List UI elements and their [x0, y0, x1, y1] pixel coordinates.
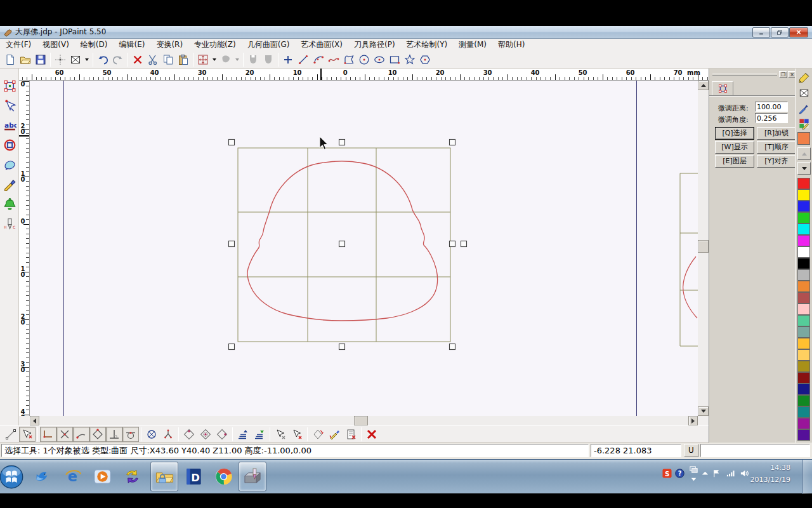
- taskbar-clock[interactable]: 14:38 2013/12/19: [750, 464, 790, 484]
- color-swatch[interactable]: [797, 269, 810, 281]
- hscroll-thumb[interactable]: [354, 416, 368, 425]
- delete-x-icon[interactable]: [130, 52, 145, 67]
- color-swatch[interactable]: [797, 201, 810, 212]
- menu-item-12[interactable]: 帮助(H): [492, 39, 530, 51]
- marquee-tool-icon[interactable]: [68, 52, 83, 67]
- dropdown-icon[interactable]: [211, 52, 218, 67]
- tray-up-tray-icon[interactable]: [700, 469, 710, 478]
- draw-point-icon[interactable]: [280, 52, 296, 67]
- palette-edit-button[interactable]: [797, 117, 811, 130]
- new-doc-icon[interactable]: [3, 52, 18, 67]
- color-swatch[interactable]: [797, 224, 810, 235]
- draw-line-icon[interactable]: [296, 52, 311, 67]
- panel-button-3[interactable]: [W]显示: [715, 141, 754, 154]
- snap-cross-button[interactable]: [56, 427, 73, 442]
- nudge-distance-input[interactable]: [755, 102, 788, 112]
- palette-scroll-down-button[interactable]: [797, 162, 811, 175]
- scroll-right-button[interactable]: [688, 416, 698, 425]
- dropdown-icon[interactable]: [83, 52, 91, 67]
- selection-handle[interactable]: [229, 241, 235, 247]
- color-swatch[interactable]: [797, 292, 810, 304]
- tray-network-tray-icon[interactable]: [726, 469, 735, 478]
- panel-button-4[interactable]: [T]顺序: [757, 141, 796, 154]
- draw-circle-icon[interactable]: [357, 52, 372, 67]
- dropdown-gray-icon[interactable]: [233, 52, 241, 67]
- pick-b-button[interactable]: [289, 427, 305, 442]
- minimize-button[interactable]: [752, 27, 770, 37]
- panel-button-5[interactable]: [E]图层: [715, 155, 754, 168]
- selection-handle[interactable]: [461, 241, 467, 247]
- draw-profile-icon[interactable]: [341, 52, 357, 67]
- sogou-tray-icon[interactable]: S: [662, 469, 672, 478]
- align-a-button[interactable]: [235, 427, 251, 442]
- unit-toggle-button[interactable]: U: [684, 444, 698, 457]
- stamp-concave-icon[interactable]: [261, 52, 276, 67]
- vertical-scrollbar[interactable]: [698, 81, 709, 416]
- selection-handle[interactable]: [450, 344, 455, 350]
- color-swatch[interactable]: [797, 395, 810, 406]
- selection-handle[interactable]: [229, 140, 235, 145]
- menu-item-6[interactable]: 专业功能(Z): [188, 39, 242, 51]
- color-swatch[interactable]: [797, 406, 810, 418]
- explorer-app-taskbar-button[interactable]: [150, 462, 178, 491]
- snap-smart-button[interactable]: [19, 427, 36, 442]
- vscroll-thumb[interactable]: [698, 240, 709, 253]
- draw-star-icon[interactable]: [402, 52, 417, 67]
- region-tool-icon[interactable]: [218, 52, 233, 67]
- pick-a-button[interactable]: [272, 427, 289, 442]
- tray-volume-tray-icon[interactable]: [740, 469, 749, 478]
- menu-item-5[interactable]: 变换(R): [150, 39, 188, 51]
- copy-icon[interactable]: [160, 52, 176, 67]
- draw-arc-icon[interactable]: [311, 52, 326, 67]
- scroll-up-button[interactable]: [698, 81, 709, 90]
- scroll-down-button[interactable]: [698, 406, 709, 416]
- array-tool-icon[interactable]: [195, 52, 211, 67]
- snap-node-button[interactable]: [160, 427, 176, 442]
- color-swatch[interactable]: [797, 246, 810, 258]
- menu-item-7[interactable]: 几何曲面(G): [242, 39, 296, 51]
- snap-corner-button[interactable]: [40, 427, 56, 442]
- menu-item-11[interactable]: 测量(M): [453, 39, 492, 51]
- menu-item-8[interactable]: 艺术曲面(X): [295, 39, 348, 51]
- select-tool-button[interactable]: [1, 77, 18, 94]
- draw-curve-icon[interactable]: [326, 52, 341, 67]
- menu-item-2[interactable]: 视图(V): [37, 39, 75, 51]
- show-desktop-button[interactable]: [802, 460, 812, 494]
- color-swatch[interactable]: [797, 338, 810, 349]
- marquee-tool-button[interactable]: [797, 86, 811, 100]
- panel-grip[interactable]: [712, 74, 777, 76]
- brush-tool-button[interactable]: [1, 176, 18, 192]
- color-swatch[interactable]: [797, 304, 810, 315]
- paste-icon[interactable]: [176, 52, 191, 67]
- snap-arcend-button[interactable]: [73, 427, 89, 442]
- move-tool-icon[interactable]: [53, 52, 68, 67]
- ring-tool-button[interactable]: [1, 137, 18, 153]
- color-swatch[interactable]: [797, 258, 810, 269]
- selection-handle[interactable]: [450, 140, 455, 145]
- color-swatch[interactable]: [797, 429, 810, 441]
- tab-select-tools[interactable]: [712, 81, 733, 95]
- color-swatch[interactable]: [797, 212, 810, 224]
- menu-item-1[interactable]: 文件(F): [0, 39, 37, 51]
- snap-tangent-button[interactable]: [122, 427, 139, 442]
- help-tray-icon[interactable]: ?: [675, 469, 684, 478]
- tray-flag-tray-icon[interactable]: [712, 469, 721, 478]
- menu-item-9[interactable]: 刀具路径(P): [348, 39, 401, 51]
- tray-window-tray-icon[interactable]: [689, 465, 698, 474]
- menu-item-10[interactable]: 艺术绘制(Y): [401, 39, 454, 51]
- jdpaint-app-taskbar-button[interactable]: [239, 462, 266, 491]
- node-tool-button[interactable]: [1, 97, 18, 114]
- drawing-canvas[interactable]: [30, 81, 698, 416]
- panel-restore-button[interactable]: ❐: [779, 71, 787, 78]
- align-b-button[interactable]: [251, 427, 268, 442]
- color-swatch[interactable]: [797, 384, 810, 395]
- color-swatch[interactable]: [797, 418, 810, 429]
- color-swatch[interactable]: [797, 178, 810, 189]
- color-swatch[interactable]: [797, 235, 810, 246]
- wmp-app-taskbar-button[interactable]: [88, 462, 116, 491]
- color-swatch[interactable]: [797, 349, 810, 361]
- stamp-convex-icon[interactable]: [246, 52, 261, 67]
- surf-b-button[interactable]: [197, 427, 214, 442]
- snap-line-button[interactable]: [3, 427, 19, 442]
- cutter-tool-button[interactable]: HC: [1, 215, 18, 232]
